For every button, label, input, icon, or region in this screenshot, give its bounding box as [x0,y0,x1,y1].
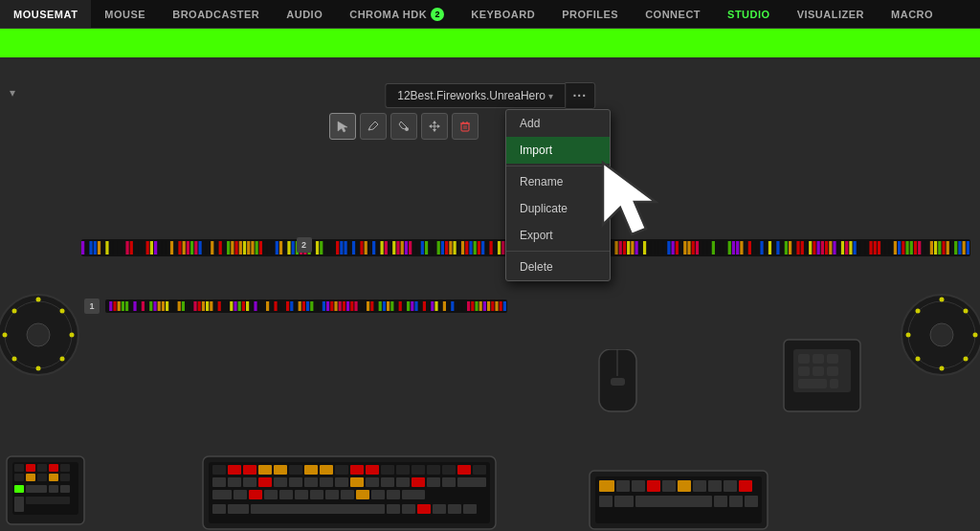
nav-studio[interactable]: STUDIO [714,0,784,28]
svg-rect-116 [402,504,415,514]
tool-icons [329,113,479,140]
nav-chroma-hdk[interactable]: CHROMA HDK 2 [336,0,457,28]
toolbar-row: 12Best.Fireworks.UnreaHero ··· [385,82,595,109]
svg-rect-67 [258,465,272,475]
svg-rect-33 [611,378,625,386]
menu-delete[interactable]: Delete [506,254,610,280]
dropdown-arrow[interactable]: ▾ [10,86,15,100]
svg-rect-93 [381,477,394,487]
device-bottom-left [5,454,86,526]
svg-rect-85 [258,477,272,487]
green-banner [0,29,980,57]
pencil-tool-button[interactable] [360,113,387,140]
chroma-badge: 2 [431,8,444,21]
svg-point-15 [60,357,65,362]
context-menu: Add Import Rename Duplicate Export Delet… [505,109,611,281]
menu-add[interactable]: Add [506,110,610,137]
track-badge-1: 1 [84,299,100,314]
svg-rect-68 [274,465,287,475]
svg-rect-69 [289,465,302,475]
menu-duplicate[interactable]: Duplicate [506,195,610,222]
svg-rect-82 [212,477,226,487]
svg-rect-37 [813,354,824,364]
svg-rect-120 [463,504,477,514]
svg-rect-51 [14,474,24,481]
svg-rect-128 [678,480,691,492]
svg-rect-92 [366,477,379,487]
svg-point-29 [906,333,911,338]
svg-rect-38 [827,354,838,364]
device-right-tower [774,335,870,431]
nav-audio[interactable]: AUDIO [273,0,336,28]
svg-rect-125 [632,480,645,492]
svg-rect-94 [396,477,410,487]
track-badge-2: 2 [297,237,312,253]
svg-rect-54 [49,474,58,481]
svg-rect-97 [442,477,456,487]
nav-keyboard[interactable]: KEYBOARD [457,0,548,28]
nav-macro[interactable]: MACRO [878,0,947,28]
device-bottom-keyboard [201,454,498,531]
nav-profiles[interactable]: PROFILES [548,0,632,28]
svg-point-13 [60,309,65,314]
menu-divider-2 [506,251,610,252]
device-bottom-right [588,469,769,531]
nav-mousemat[interactable]: MOUSEMAT [0,0,91,28]
fill-tool-button[interactable] [390,113,417,140]
svg-rect-49 [49,464,58,472]
nav-mouse[interactable]: MOUSE [91,0,159,28]
svg-rect-88 [304,477,318,487]
svg-rect-50 [60,464,70,472]
svg-rect-46 [14,464,24,472]
svg-rect-36 [798,354,810,364]
menu-rename[interactable]: Rename [506,168,610,195]
svg-rect-42 [798,379,827,388]
svg-rect-71 [320,465,333,475]
device-right-circle [899,292,980,378]
svg-rect-95 [412,477,425,487]
svg-rect-126 [647,480,660,492]
svg-rect-60 [14,497,24,512]
svg-point-11 [27,323,50,346]
svg-point-23 [940,298,945,302]
device-left-circle [0,292,81,378]
svg-rect-41 [827,366,838,376]
menu-divider-1 [506,166,610,166]
svg-rect-123 [599,480,614,492]
main-area: ▾ 12Best.Fireworks.UnreaHero ··· [0,57,980,531]
svg-rect-70 [304,465,318,475]
menu-import[interactable]: Import [506,137,610,164]
nav-broadcaster[interactable]: BROADCASTER [159,0,273,28]
svg-rect-48 [37,464,47,472]
menu-export[interactable]: Export [506,222,610,249]
svg-rect-84 [243,477,256,487]
svg-rect-90 [335,477,348,487]
delete-tool-button[interactable] [452,113,479,140]
select-tool-button[interactable] [329,113,356,140]
svg-rect-107 [341,490,354,499]
svg-rect-118 [433,504,446,514]
svg-rect-76 [396,465,410,475]
svg-rect-55 [60,474,70,481]
svg-rect-73 [350,465,364,475]
svg-point-0 [405,127,409,131]
more-button[interactable]: ··· [565,82,595,109]
svg-rect-101 [249,490,262,499]
move-tool-button[interactable] [421,113,448,140]
svg-rect-130 [708,480,722,492]
svg-rect-39 [798,366,810,376]
svg-rect-75 [381,465,394,475]
nav-connect[interactable]: CONNECT [632,0,714,28]
svg-rect-136 [714,496,727,507]
svg-rect-57 [26,485,47,493]
svg-rect-127 [662,480,676,492]
nav-visualizer[interactable]: VISUALIZER [784,0,878,28]
project-name[interactable]: 12Best.Fireworks.UnreaHero [385,83,565,108]
svg-rect-89 [320,477,333,487]
svg-rect-137 [729,496,743,507]
svg-point-27 [940,366,945,371]
svg-rect-110 [387,490,400,499]
svg-rect-87 [289,477,302,487]
svg-rect-80 [457,465,471,475]
svg-point-24 [964,309,969,314]
